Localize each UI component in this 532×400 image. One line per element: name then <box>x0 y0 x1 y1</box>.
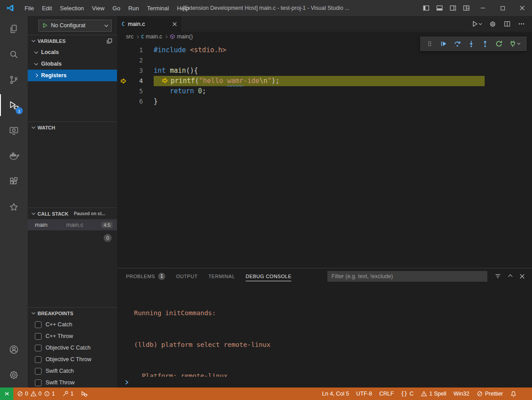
breakpoint-objc-throw[interactable]: Objective C Throw <box>28 354 117 365</box>
step-into-button[interactable] <box>465 38 478 50</box>
stack-frame-row[interactable]: main main.c 4:5 <box>28 219 117 230</box>
console-input[interactable] <box>117 377 532 388</box>
breakpoint-gutter[interactable] <box>117 96 130 107</box>
activity-search[interactable] <box>0 42 28 67</box>
close-panel-button[interactable] <box>519 274 525 279</box>
remote-indicator[interactable] <box>0 388 13 400</box>
activity-favorites[interactable] <box>0 194 28 220</box>
checkbox[interactable] <box>35 345 42 351</box>
filter-button[interactable] <box>494 273 501 279</box>
checkbox[interactable] <box>35 321 42 328</box>
breadcrumb-folder[interactable]: src <box>126 33 134 40</box>
toolbar-drag-handle[interactable] <box>423 38 436 50</box>
call-stack-header[interactable]: CALL STACK Paused on st... <box>28 208 117 219</box>
breakpoint-gutter[interactable] <box>117 55 130 66</box>
debug-status[interactable] <box>77 388 91 400</box>
toggle-sidebar-button[interactable] <box>419 0 433 16</box>
toggle-panel-button[interactable] <box>433 0 446 16</box>
variables-header[interactable]: VARIABLES <box>28 35 117 46</box>
variables-scope-registers[interactable]: Registers <box>28 70 117 81</box>
line-number[interactable]: 5 <box>130 86 143 96</box>
breakpoint-cpp-catch[interactable]: C++ Catch <box>28 319 117 330</box>
maximize-button[interactable] <box>493 0 512 16</box>
platform-indicator[interactable]: Win32 <box>450 388 473 400</box>
checkbox[interactable] <box>35 333 42 340</box>
panel-tab-terminal[interactable]: TERMINAL <box>208 268 235 284</box>
breakpoints-header[interactable]: BREAKPOINTS <box>28 307 117 319</box>
line-number[interactable]: 1 <box>130 45 143 55</box>
step-over-button[interactable] <box>451 38 464 50</box>
breakpoint-objc-catch[interactable]: Objective C Catch <box>28 342 117 354</box>
encoding-indicator[interactable]: UTF-8 <box>352 388 375 400</box>
debug-settings-button[interactable] <box>489 21 496 28</box>
more-actions-button[interactable] <box>518 21 525 27</box>
tab-main-c[interactable]: C main.c <box>117 16 181 32</box>
menu-run[interactable]: Run <box>124 3 143 14</box>
run-or-debug-button[interactable] <box>472 21 482 27</box>
notifications-button[interactable] <box>507 388 520 400</box>
panel-tab-output[interactable]: OUTPUT <box>176 268 197 284</box>
console-filter-input[interactable] <box>327 271 487 282</box>
code-text[interactable]: #include <stdio.h> <box>154 45 226 55</box>
menu-file[interactable]: File <box>21 3 38 14</box>
customize-layout-button[interactable] <box>460 0 473 16</box>
prettier-status[interactable]: Prettier <box>473 388 507 400</box>
menu-edit[interactable]: Edit <box>38 3 56 14</box>
variables-scope-locals[interactable]: Locals <box>28 46 117 58</box>
cursor-position[interactable]: Ln 4, Col 5 <box>318 388 352 400</box>
breadcrumb-file[interactable]: C main.c <box>141 33 162 40</box>
activity-explorer[interactable] <box>0 16 28 42</box>
maximize-panel-button[interactable] <box>509 273 512 279</box>
restart-button[interactable] <box>492 38 505 50</box>
activity-run-and-debug[interactable]: 1 <box>0 92 28 118</box>
breakpoint-gutter[interactable] <box>117 66 130 76</box>
activity-settings[interactable] <box>0 362 28 388</box>
menu-view[interactable]: View <box>88 3 109 14</box>
code-editor[interactable]: 1#include <stdio.h>23int main(){4 printf… <box>117 42 532 268</box>
code-text[interactable]: int main(){ <box>154 66 198 76</box>
menu-terminal[interactable]: Terminal <box>143 3 173 14</box>
language-mode[interactable]: {} C <box>398 388 417 400</box>
code-text[interactable]: printf("hello wamr-ide\n"); <box>154 76 485 86</box>
activity-source-control[interactable] <box>0 67 28 92</box>
breakpoint-gutter[interactable] <box>117 45 130 55</box>
activity-extensions[interactable] <box>0 169 28 194</box>
menu-go[interactable]: Go <box>109 3 124 14</box>
eol-indicator[interactable]: CRLF <box>376 388 398 400</box>
line-number[interactable]: 3 <box>130 66 143 76</box>
panel-tab-problems[interactable]: PROBLEMS 1 <box>126 268 165 284</box>
checkbox[interactable] <box>35 379 42 386</box>
minimize-button[interactable] <box>473 0 493 16</box>
split-editor-button[interactable] <box>504 21 511 27</box>
tools-status[interactable]: 1 <box>59 388 77 400</box>
spell-checker-status[interactable]: 1 Spell <box>417 388 450 400</box>
breakpoint-swift-catch[interactable]: Swift Catch <box>28 365 117 377</box>
code-text[interactable]: } <box>154 96 158 107</box>
line-number[interactable]: 2 <box>130 55 143 66</box>
toggle-secondary-sidebar-button[interactable] <box>446 0 460 16</box>
panel-tab-debug-console[interactable]: DEBUG CONSOLE <box>246 268 291 284</box>
variables-scope-globals[interactable]: Globals <box>28 58 117 70</box>
line-number[interactable]: 6 <box>130 96 143 107</box>
collapse-all-button[interactable] <box>106 38 113 44</box>
activity-remote-explorer[interactable] <box>0 118 28 143</box>
activity-accounts[interactable] <box>0 337 28 362</box>
continue-button[interactable] <box>437 38 450 50</box>
step-out-button[interactable] <box>478 38 491 50</box>
checkbox[interactable] <box>35 356 42 363</box>
breakpoint-gutter[interactable] <box>117 86 130 96</box>
disconnect-button[interactable] <box>506 38 524 50</box>
menu-selection[interactable]: Selection <box>56 3 88 14</box>
checkbox[interactable] <box>35 368 42 375</box>
debug-console-output[interactable]: Running initCommands: (lldb) platform se… <box>117 284 532 377</box>
activity-docker[interactable] <box>0 143 28 169</box>
watch-header[interactable]: WATCH <box>28 121 117 133</box>
tab-close-button[interactable] <box>172 22 177 26</box>
breakpoint-swift-throw[interactable]: Swift Throw <box>28 377 117 388</box>
current-line-arrow-icon[interactable] <box>117 76 130 86</box>
line-number[interactable]: 4 <box>130 76 143 86</box>
problems-status[interactable]: 0 0 1 <box>13 388 59 400</box>
breadcrumb-symbol[interactable]: main() <box>170 33 193 40</box>
debug-config-dropdown[interactable]: No Configurat <box>38 20 112 32</box>
code-text[interactable]: return 0; <box>154 86 206 96</box>
